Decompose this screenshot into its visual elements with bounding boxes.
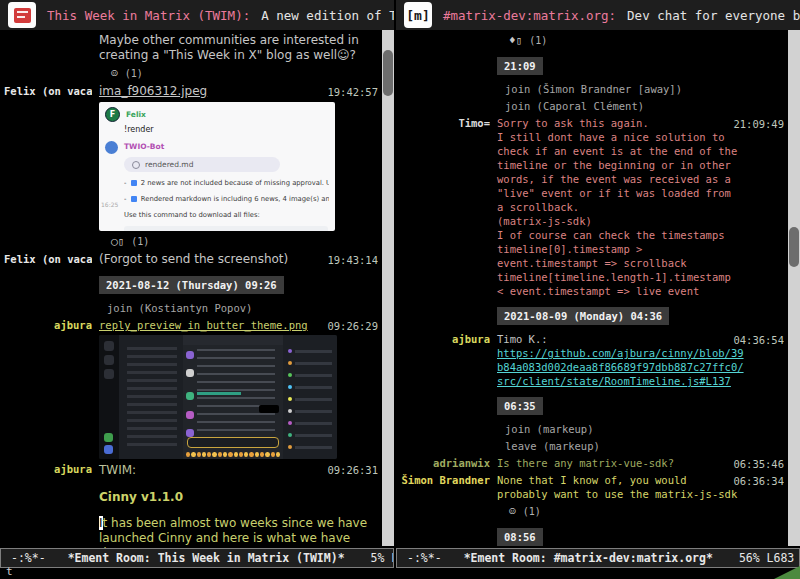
membership-event: join (markeup) (400, 422, 784, 436)
attached-image-twio-bot-screenshot[interactable]: F Felix !render TWIO-Bot rendered.md - 2… (99, 102, 335, 231)
membership-event: join (Šimon Brandner [away]) (400, 82, 784, 96)
message-heading: Cinny v1.1.0 (99, 490, 378, 505)
scrollbar-thumb[interactable] (383, 50, 393, 96)
message-sender: adrianwix (400, 456, 490, 470)
matrix-logo: [m] (406, 8, 429, 23)
date-separator: 2021-08-12 (Thursday) 09:26 (4, 270, 378, 298)
matrix-room-avatar-icon: [m] (404, 2, 432, 28)
reaction[interactable]: ☺(1) (400, 504, 784, 519)
paperclip-icon (132, 161, 140, 169)
time-separator: 08:56 (400, 522, 784, 548)
screenshot-row: F Felix (105, 107, 329, 122)
membership-text: join (Caporal Clément) (497, 99, 784, 113)
attached-image-row: F Felix !render TWIO-Bot rendered.md - 2… (4, 102, 378, 231)
info-icon (131, 196, 137, 202)
message-sender: Felix (on vaca (4, 252, 92, 267)
message-body: Sorry to ask this again. I still dont ha… (497, 116, 784, 298)
bot-note-line: - Rendered markdown is including 6 news,… (124, 192, 329, 206)
chat-message: ajburaTimo K.:https://github.com/ajbura/… (400, 332, 784, 388)
reaction[interactable]: ☺(1) (4, 66, 378, 81)
username-felix: Felix (126, 108, 146, 122)
bot-note-line: - 2 news are not included because of mis… (124, 176, 329, 190)
reaction-emoji[interactable]: ◯▯ (111, 235, 124, 248)
timestamp: 19:43:14 (327, 253, 378, 267)
scrollbar-track[interactable] (382, 30, 394, 546)
message-text: Maybe other communities are interested i… (99, 33, 378, 63)
time-separator-label: 08:56 (497, 528, 543, 546)
membership-event: join (Caporal Clément) (400, 99, 784, 113)
chat-message: Felix (on vaca(Forgot to send the screen… (4, 252, 378, 267)
timestamp: 09:26:31 (327, 463, 378, 477)
reaction[interactable]: ♦▯(1) (400, 33, 784, 48)
timestamp: 19:42:57 (327, 85, 378, 99)
reaction[interactable]: ◯▯(1) (4, 234, 378, 249)
mention-highlight (197, 392, 241, 395)
membership-text: leave (markeup) (497, 439, 784, 453)
message-body: Maybe other communities are interested i… (99, 33, 378, 63)
message-sender (4, 33, 92, 63)
reaction-count: (1) (529, 35, 547, 46)
chat-message: Maybe other communities are interested i… (4, 33, 378, 63)
reaction-count: (1) (131, 236, 149, 247)
time-separator-label: 06:35 (497, 397, 543, 415)
cinny-room-list (119, 335, 183, 459)
window-matrix-dev: [m] #matrix-dev:matrix.org: Dev chat for… (396, 0, 800, 568)
message-link[interactable]: https://github.com/ajbura/cinny/blob/39 … (497, 346, 784, 388)
date-separator-label: 2021-08-09 (Monday) 04:36 (497, 307, 669, 325)
chat-buffer-twim: Maybe other communities are interested i… (4, 30, 378, 548)
mode-line-twim: -:%*- *Ement Room: This Week in Matrix (… (0, 548, 394, 568)
message-sender: ajbura (4, 318, 92, 332)
date-separator-label: 2021-08-12 (Thursday) 09:26 (99, 276, 284, 294)
timestamp: 21:09:49 (733, 117, 784, 131)
scrollbar-thumb[interactable] (789, 227, 799, 267)
cinny-message-area (183, 335, 283, 459)
info-icon (131, 180, 137, 186)
header-line-twim: This Week in Matrix (TWIM): A new editio… (0, 0, 394, 30)
reaction-emoji[interactable]: ♦▯ (509, 34, 522, 47)
message-sender: Šimon Brandner (400, 473, 490, 501)
code-block: 1 curl https://gnome.modular.im/_matrix/… (124, 226, 328, 231)
mode-line-buffer-name: *Ement Room: #matrix-dev:matrix.org* (464, 551, 713, 565)
membership-text: join (Šimon Brandner [away]) (497, 82, 784, 96)
membership-event: leave (markeup) (400, 439, 784, 453)
username-twio-bot: TWIO-Bot (124, 140, 164, 154)
scrollbar-track[interactable] (788, 30, 800, 546)
chat-message: Felix (on vacaima_f906312.jpeg19:42:57 (4, 84, 378, 99)
green-space-icon (104, 433, 113, 442)
date-separator: 2021-08-09 (Monday) 04:36 (400, 301, 784, 329)
bot-note-line: Use this command to download all files: (124, 208, 329, 222)
message-sender: Timo= (400, 116, 490, 298)
time-separator: 21:09 (400, 51, 784, 79)
membership-event: join (Kostiantyn Popov) (4, 301, 378, 315)
chat-message: Timo=Sorry to ask this again. I still do… (400, 116, 784, 298)
time-separator-label: 21:09 (497, 57, 543, 75)
cinny-message-input (187, 437, 279, 448)
mode-line-position: 5% L38 (371, 551, 394, 565)
room-topic: A new edition of TWIM ev (261, 8, 394, 23)
attached-image-row (4, 335, 378, 459)
timestamp: 04:36:54 (733, 333, 784, 347)
chat-message: ajburaTWIM:Cinny v1.1.0It has been almos… (4, 462, 378, 548)
corner-resize-triangle (774, 566, 800, 579)
chat-message: adrianwixIs there any matrix-vue-sdk?06:… (400, 456, 784, 470)
screenshot-timestamp: 16:25 (101, 198, 118, 212)
mode-line-matrix-dev: -:%*- *Ement Room: #matrix-dev:matrix.or… (396, 548, 800, 568)
message-text: t has been almost two weeks since we hav… (99, 516, 367, 548)
membership-text: join (Kostiantyn Popov) (99, 301, 378, 315)
reaction-count: (1) (125, 68, 143, 79)
emacs-frame: This Week in Matrix (TWIM): A new editio… (0, 0, 800, 579)
avatar-dot (186, 392, 194, 400)
reaction-emoji[interactable]: ☺ (509, 505, 516, 518)
reaction-count: (1) (523, 506, 541, 517)
room-name: #matrix-dev:matrix.org: (443, 8, 616, 23)
reaction-emoji[interactable]: ☺ (111, 67, 118, 80)
avatar-dot (186, 369, 194, 377)
timestamp: 06:35:46 (733, 457, 784, 471)
mode-line-buffer-name: *Ement Room: This Week in Matrix (TWIM)* (68, 551, 345, 565)
code-url: https://gnome.modular.im/_matrix/media/r… (160, 229, 328, 231)
attached-image-cinny-screenshot[interactable] (99, 335, 337, 459)
chat-message: Šimon BrandnerNone that I know of, you w… (400, 473, 784, 501)
attachment-filename: rendered.md (145, 158, 193, 172)
minibuffer[interactable]: t (0, 566, 800, 579)
file-attachment-chip: rendered.md (124, 157, 280, 172)
